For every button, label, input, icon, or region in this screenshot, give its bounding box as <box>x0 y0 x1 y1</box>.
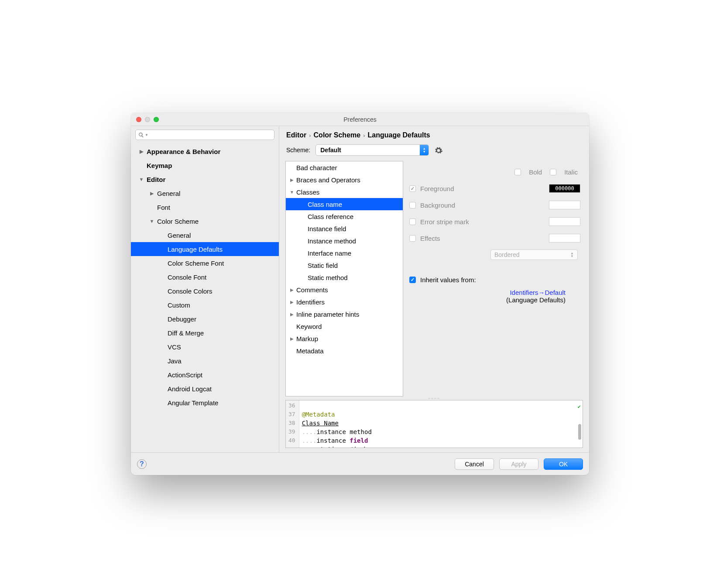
sidebar-item[interactable]: VCS <box>131 340 279 354</box>
sidebar-item[interactable]: Debugger <box>131 312 279 326</box>
category-item[interactable]: Keyword <box>286 320 403 332</box>
category-item-label: Classes <box>296 188 319 196</box>
category-item[interactable]: ▶Comments <box>286 284 403 296</box>
close-icon[interactable] <box>136 117 141 122</box>
cancel-button[interactable]: Cancel <box>455 458 494 470</box>
category-item[interactable]: Class reference <box>286 210 403 222</box>
inherit-label: Inherit values from: <box>420 276 476 284</box>
background-checkbox[interactable] <box>409 202 416 209</box>
search-input[interactable]: ▼ <box>135 130 274 140</box>
chevron-right-icon: ▶ <box>289 312 295 317</box>
sidebar-item[interactable]: Java <box>131 354 279 368</box>
effects-checkbox[interactable] <box>409 235 416 242</box>
sidebar-item[interactable]: Custom <box>131 298 279 312</box>
category-item[interactable]: Instance method <box>286 235 403 247</box>
foreground-checkbox[interactable]: ✓ <box>409 185 416 192</box>
category-item[interactable]: Metadata <box>286 345 403 357</box>
background-swatch[interactable] <box>549 201 580 209</box>
search-field[interactable] <box>149 131 271 139</box>
sidebar-item-label: ActionScript <box>168 371 202 379</box>
stepper-icon[interactable]: ▲▼ <box>420 145 429 155</box>
category-item-label: Identifiers <box>296 298 325 306</box>
sidebar: ▼ ▶Appearance & BehaviorKeymap▼Editor▶Ge… <box>131 126 279 452</box>
gutter: 36 37 38 39 40 <box>286 400 299 448</box>
sidebar-item[interactable]: ▶Appearance & Behavior <box>131 144 279 158</box>
ok-button[interactable]: OK <box>544 458 583 470</box>
category-tree[interactable]: Bad character▶Braces and Operators▼Class… <box>285 161 403 397</box>
inherit-link[interactable]: Identifiers→Default <box>409 284 580 296</box>
chevron-down-icon: ▼ <box>145 133 148 137</box>
scheme-select[interactable]: Default ▲▼ <box>315 144 429 156</box>
category-item-label: Braces and Operators <box>296 176 360 184</box>
minimize-icon[interactable] <box>145 117 150 122</box>
sidebar-item[interactable]: ActionScript <box>131 368 279 382</box>
category-item[interactable]: Interface name <box>286 247 403 259</box>
titlebar: Preferences <box>131 113 589 126</box>
apply-button[interactable]: Apply <box>499 458 538 470</box>
inherit-checkbox[interactable]: ✓ <box>409 277 416 283</box>
foreground-label: Foreground <box>420 185 545 192</box>
inherit-sublabel: (Language Defaults) <box>409 296 580 304</box>
breadcrumb-item[interactable]: Editor <box>286 131 306 139</box>
bold-label: Bold <box>529 168 542 176</box>
category-item[interactable]: Class name <box>286 198 403 210</box>
chevron-right-icon: ▶ <box>289 287 295 292</box>
chevron-right-icon: ▶ <box>139 149 144 154</box>
category-item[interactable]: Instance field <box>286 222 403 235</box>
splitter-handle[interactable]: ┉┉┉┉ <box>279 397 589 400</box>
sidebar-item[interactable]: Font <box>131 200 279 214</box>
category-item[interactable]: Bad character <box>286 161 403 174</box>
search-icon <box>138 132 144 138</box>
main-panel: Editor › Color Scheme › Language Default… <box>279 126 589 452</box>
sidebar-item[interactable]: Console Colors <box>131 284 279 298</box>
scrollbar-thumb[interactable] <box>578 424 581 440</box>
bold-checkbox[interactable] <box>514 169 521 175</box>
italic-checkbox[interactable] <box>550 169 556 175</box>
chevron-down-icon: ▼ <box>149 219 154 224</box>
error-stripe-checkbox[interactable] <box>409 219 416 225</box>
help-button[interactable]: ? <box>137 459 147 469</box>
sidebar-item[interactable]: ▼Editor <box>131 172 279 186</box>
category-item[interactable]: ▶Identifiers <box>286 296 403 308</box>
sidebar-item[interactable]: ▶General <box>131 186 279 200</box>
breadcrumb-item[interactable]: Color Scheme <box>314 131 361 139</box>
sidebar-item[interactable]: Language Defaults <box>131 242 279 256</box>
chevron-right-icon: › <box>309 132 311 139</box>
window-title: Preferences <box>131 116 589 123</box>
sidebar-item-label: Java <box>168 357 182 365</box>
preview-editor[interactable]: 36 37 38 39 40 @Metadata Class Name ....… <box>285 400 583 448</box>
zoom-icon[interactable] <box>154 117 159 122</box>
category-item[interactable]: ▶Inline parameter hints <box>286 308 403 320</box>
inspection-ok-icon: ✔ <box>578 402 581 411</box>
category-item-label: Static field <box>308 262 338 269</box>
settings-tree[interactable]: ▶Appearance & BehaviorKeymap▼Editor▶Gene… <box>131 143 279 452</box>
stepper-icon: ▲▼ <box>570 252 574 258</box>
effects-label: Effects <box>420 235 545 242</box>
sidebar-item[interactable]: Diff & Merge <box>131 326 279 340</box>
chevron-right-icon: ▶ <box>149 191 154 196</box>
sidebar-item[interactable]: Console Font <box>131 270 279 284</box>
category-item[interactable]: ▶Markup <box>286 332 403 345</box>
category-item-label: Metadata <box>296 347 324 355</box>
error-stripe-swatch[interactable] <box>549 217 580 226</box>
category-item-label: Class name <box>308 201 342 208</box>
sidebar-item[interactable]: General <box>131 228 279 242</box>
sidebar-item-label: VCS <box>168 343 181 351</box>
foreground-swatch[interactable]: 000000 <box>549 184 580 193</box>
effects-swatch[interactable] <box>549 234 580 243</box>
category-item[interactable]: Static field <box>286 259 403 271</box>
preferences-window: Preferences ▼ ▶Appearance & BehaviorKeym… <box>131 113 589 475</box>
sidebar-item-label: General <box>157 190 180 197</box>
effects-style-select[interactable]: Bordered ▲▼ <box>490 250 578 260</box>
gear-icon[interactable] <box>434 146 443 155</box>
sidebar-item[interactable]: ▼Color Scheme <box>131 214 279 228</box>
chevron-right-icon: ▶ <box>289 178 295 182</box>
sidebar-item[interactable]: Keymap <box>131 158 279 172</box>
sidebar-item[interactable]: Angular Template <box>131 396 279 410</box>
sidebar-item[interactable]: Android Logcat <box>131 382 279 396</box>
category-item[interactable]: Static method <box>286 271 403 284</box>
sidebar-item[interactable]: Color Scheme Font <box>131 256 279 270</box>
traffic-lights <box>131 117 159 122</box>
category-item[interactable]: ▶Braces and Operators <box>286 174 403 186</box>
category-item[interactable]: ▼Classes <box>286 186 403 198</box>
